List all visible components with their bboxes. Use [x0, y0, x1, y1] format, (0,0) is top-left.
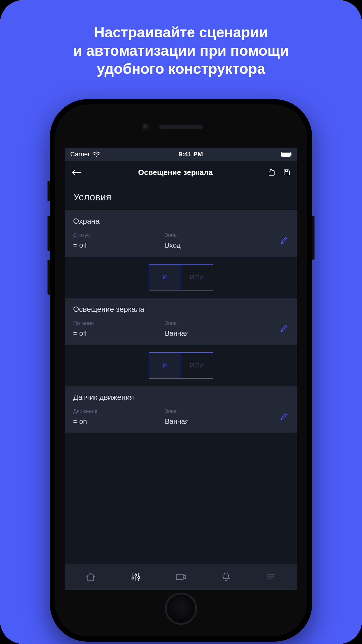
promo-line: и автоматизации при помощи: [17, 42, 345, 60]
condition-title: Охрана: [73, 217, 289, 226]
operator-row: И ИЛИ: [65, 257, 297, 298]
operator-toggle[interactable]: И ИЛИ: [149, 352, 213, 379]
field-label: Зона: [165, 232, 275, 238]
clock: 9:41 PM: [179, 150, 203, 158]
conditions-list: Охрана Статус = off Зона Вход: [65, 210, 297, 564]
promo-frame: Настраивайте сценарии и автоматизации пр…: [0, 0, 362, 644]
home-button[interactable]: [165, 593, 197, 625]
condition-card: Датчик движения Движение = on Зона Ванна…: [65, 386, 297, 433]
promo-headline: Настраивайте сценарии и автоматизации пр…: [0, 0, 362, 78]
svg-rect-6: [176, 574, 183, 580]
carrier-label: Carrier: [70, 150, 90, 158]
condition-card: Освещение зеркала Питание = off Зона Ван…: [65, 298, 297, 345]
field-value: Ванная: [165, 329, 275, 337]
operator-or[interactable]: ИЛИ: [181, 353, 213, 378]
tab-menu[interactable]: [262, 568, 281, 586]
svg-point-4: [135, 574, 137, 576]
operator-row: И ИЛИ: [65, 345, 297, 386]
field-value: = off: [73, 241, 160, 249]
front-camera: [143, 124, 149, 130]
status-bar: Carrier 9:41 PM: [65, 148, 297, 161]
power-button: [312, 216, 314, 260]
operator-and[interactable]: И: [149, 353, 181, 378]
operator-or[interactable]: ИЛИ: [181, 265, 213, 290]
tab-camera[interactable]: [172, 568, 190, 586]
edit-button[interactable]: [280, 413, 289, 421]
edit-button[interactable]: [280, 325, 289, 333]
share-icon[interactable]: [268, 168, 276, 176]
nav-bar: Освещение зеркала: [65, 161, 297, 184]
back-button[interactable]: [71, 169, 83, 176]
svg-rect-2: [291, 153, 291, 155]
field-value: = on: [73, 417, 160, 426]
mute-switch: [48, 181, 50, 201]
volume-up: [48, 216, 50, 251]
phone-mockup: Carrier 9:41 PM: [50, 99, 312, 642]
condition-title: Датчик движения: [73, 393, 289, 402]
operator-toggle[interactable]: И ИЛИ: [149, 264, 213, 290]
volume-down: [48, 260, 50, 295]
field-value: = off: [73, 329, 160, 337]
field-value: Вход: [165, 241, 275, 249]
nav-actions: [268, 168, 291, 176]
edit-button[interactable]: [280, 237, 289, 245]
svg-point-3: [132, 577, 134, 579]
status-right: [281, 152, 292, 157]
save-icon[interactable]: [283, 169, 291, 176]
field-label: Статус: [73, 232, 160, 238]
phone-bezel: Carrier 9:41 PM: [55, 104, 307, 636]
field-label: Питание: [73, 320, 160, 326]
svg-rect-1: [282, 153, 290, 156]
wifi-icon: [93, 151, 100, 157]
tab-home[interactable]: [81, 568, 100, 586]
tab-bell[interactable]: [217, 568, 236, 586]
phone-top: [55, 104, 307, 145]
app-screen: Carrier 9:41 PM: [65, 148, 297, 590]
earpiece-speaker: [159, 125, 203, 129]
tab-sliders[interactable]: [126, 568, 145, 586]
page-title: Освещение зеркала: [83, 168, 268, 177]
battery-icon: [281, 152, 292, 157]
field-value: Ванная: [165, 417, 275, 426]
promo-line: Настраивайте сценарии: [17, 23, 345, 42]
field-label: Зона: [165, 408, 275, 414]
field-label: Зона: [165, 320, 275, 326]
operator-and[interactable]: И: [149, 265, 181, 290]
condition-title: Освещение зеркала: [73, 305, 289, 314]
promo-line: удобного конструктора: [17, 60, 345, 78]
tab-bar: [65, 564, 297, 590]
field-label: Движение: [73, 408, 160, 414]
section-title: Условия: [65, 184, 297, 210]
svg-point-5: [138, 577, 140, 579]
condition-card: Охрана Статус = off Зона Вход: [65, 210, 297, 257]
status-left: Carrier: [70, 150, 100, 158]
